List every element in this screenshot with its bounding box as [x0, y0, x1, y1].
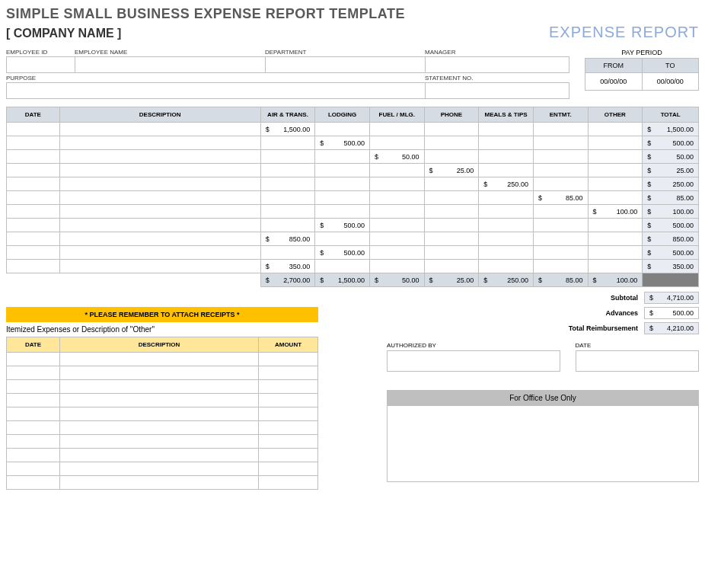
table-row[interactable]: $500.00$500.00: [7, 246, 699, 260]
item-row[interactable]: [7, 353, 318, 366]
item-col-header: AMOUNT: [259, 337, 318, 353]
table-row[interactable]: $50.00$50.00: [7, 150, 699, 164]
col-header: FUEL / MLG.: [369, 107, 424, 123]
page-title: SIMPLE SMALL BUSINESS EXPENSE REPORT TEM…: [6, 6, 699, 22]
pay-to-value[interactable]: 00/00/00: [643, 73, 700, 91]
authorized-by-field[interactable]: [387, 350, 560, 372]
table-row[interactable]: $350.00$350.00: [7, 260, 699, 273]
table-row[interactable]: $500.00$500.00: [7, 219, 699, 232]
expense-report-label: EXPENSE REPORT: [549, 24, 699, 41]
item-row[interactable]: [7, 476, 318, 490]
office-use-banner: For Office Use Only: [387, 390, 699, 406]
item-row[interactable]: [7, 421, 318, 435]
item-row[interactable]: [7, 435, 318, 449]
sum-row: $2,700.00$1,500.00$50.00$25.00$250.00$85…: [7, 273, 699, 287]
pay-period-block: PAY PERIOD FROM TO 00/00/00 00/00/00: [585, 47, 699, 99]
auth-date-label: DATE: [576, 342, 700, 350]
table-row[interactable]: $850.00$850.00: [7, 232, 699, 246]
manager-label: MANAGER: [425, 47, 569, 56]
table-row[interactable]: $25.00$25.00: [7, 164, 699, 177]
employee-id-field[interactable]: [6, 56, 75, 73]
col-header: OTHER: [588, 107, 643, 123]
receipt-reminder-banner: * PLEASE REMEMBER TO ATTACH RECEIPTS *: [6, 307, 318, 322]
employee-id-label: EMPLOYEE ID: [6, 47, 75, 56]
col-header: DATE: [7, 107, 60, 123]
item-row[interactable]: [7, 366, 318, 380]
employee-name-field[interactable]: [75, 56, 265, 73]
statement-no-label: STATEMENT NO.: [425, 73, 569, 82]
itemized-table: DATEDESCRIPTIONAMOUNT: [6, 337, 318, 490]
purpose-label: PURPOSE: [6, 73, 425, 82]
expense-table: DATEDESCRIPTIONAIR & TRANS.LODGINGFUEL /…: [6, 107, 699, 287]
table-row[interactable]: $500.00$500.00: [7, 136, 699, 150]
col-header: TOTAL: [643, 107, 699, 123]
table-row[interactable]: $250.00$250.00: [7, 177, 699, 191]
auth-date-field[interactable]: [576, 350, 700, 372]
item-col-header: DATE: [7, 337, 60, 353]
employee-name-label: EMPLOYEE NAME: [75, 47, 265, 56]
item-row[interactable]: [7, 407, 318, 421]
authorized-by-label: AUTHORIZED BY: [387, 342, 560, 350]
office-use-box[interactable]: [387, 406, 699, 482]
col-header: ENTMT.: [533, 107, 588, 123]
col-header: LODGING: [315, 107, 370, 123]
department-field[interactable]: [265, 56, 425, 73]
item-row[interactable]: [7, 394, 318, 407]
table-row[interactable]: $100.00$100.00: [7, 205, 699, 219]
col-header: MEALS & TIPS: [479, 107, 534, 123]
item-row[interactable]: [7, 462, 318, 476]
department-label: DEPARTMENT: [265, 47, 425, 56]
header-row: [ COMPANY NAME ] EXPENSE REPORT: [6, 24, 699, 41]
pay-from-header: FROM: [585, 58, 643, 73]
pay-period-title: PAY PERIOD: [585, 47, 699, 58]
bottom-section: * PLEASE REMEMBER TO ATTACH RECEIPTS * I…: [6, 299, 699, 490]
pay-from-value[interactable]: 00/00/00: [585, 73, 643, 91]
manager-field[interactable]: [425, 56, 569, 73]
itemized-label: Itemized Expenses or Description of "Oth…: [6, 322, 318, 337]
col-header: PHONE: [424, 107, 479, 123]
info-section: EMPLOYEE ID EMPLOYEE NAME DEPARTMENT MAN…: [6, 47, 699, 99]
item-row[interactable]: [7, 380, 318, 394]
item-col-header: DESCRIPTION: [60, 337, 259, 353]
table-row[interactable]: $85.00$85.00: [7, 191, 699, 205]
purpose-field[interactable]: [6, 82, 425, 99]
item-row[interactable]: [7, 449, 318, 462]
table-row[interactable]: $1,500.00$1,500.00: [7, 123, 699, 136]
pay-to-header: TO: [643, 58, 700, 73]
col-header: AIR & TRANS.: [260, 107, 315, 123]
statement-no-field[interactable]: [425, 82, 569, 99]
company-name: [ COMPANY NAME ]: [6, 27, 121, 40]
col-header: DESCRIPTION: [59, 107, 260, 123]
